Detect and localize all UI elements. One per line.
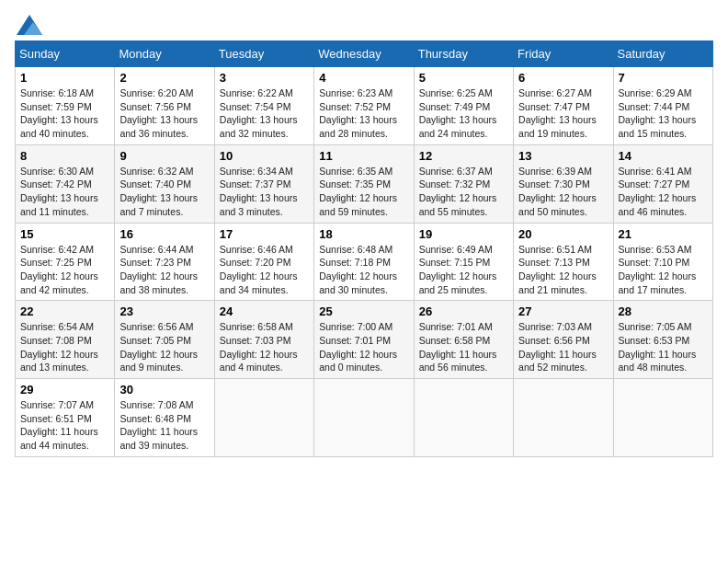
- calendar-cell: 14 Sunrise: 6:41 AM Sunset: 7:27 PM Dayl…: [613, 144, 712, 223]
- sunset-label: Sunset: 7:32 PM: [419, 178, 491, 190]
- sunrise-label: Sunrise: 6:41 AM: [619, 166, 692, 177]
- sunrise-label: Sunrise: 6:42 AM: [20, 244, 94, 255]
- calendar-cell: 23 Sunrise: 6:56 AM Sunset: 7:05 PM Dayl…: [115, 301, 214, 379]
- daylight-label: Daylight: 12 hours and 46 minutes.: [619, 192, 697, 217]
- sunset-label: Sunset: 7:20 PM: [220, 257, 291, 268]
- calendar-cell: 19 Sunrise: 6:49 AM Sunset: 7:15 PM Dayl…: [414, 223, 513, 301]
- calendar-cell: 8 Sunrise: 6:30 AM Sunset: 7:42 PM Dayli…: [16, 144, 115, 223]
- sunrise-label: Sunrise: 6:39 AM: [518, 166, 592, 177]
- day-info: Sunrise: 6:51 AM Sunset: 7:13 PM Dayligh…: [518, 243, 608, 297]
- daylight-label: Daylight: 13 hours and 32 minutes.: [220, 114, 298, 139]
- day-number: 16: [119, 227, 209, 241]
- daylight-label: Daylight: 13 hours and 7 minutes.: [119, 192, 198, 217]
- sunrise-label: Sunrise: 7:03 AM: [518, 321, 592, 332]
- day-number: 4: [319, 71, 408, 85]
- day-number: 17: [220, 227, 309, 241]
- sunrise-label: Sunrise: 7:00 AM: [319, 321, 392, 332]
- daylight-label: Daylight: 13 hours and 19 minutes.: [518, 114, 597, 139]
- sunset-label: Sunset: 6:53 PM: [619, 335, 690, 346]
- daylight-label: Daylight: 12 hours and 13 minutes.: [20, 349, 98, 373]
- day-info: Sunrise: 6:54 AM Sunset: 7:08 PM Dayligh…: [20, 320, 109, 374]
- sunset-label: Sunset: 7:47 PM: [518, 101, 590, 112]
- calendar-cell: [613, 379, 712, 457]
- daylight-label: Daylight: 13 hours and 11 minutes.: [20, 192, 98, 217]
- day-info: Sunrise: 6:27 AM Sunset: 7:47 PM Dayligh…: [518, 86, 608, 141]
- weekday-header: Tuesday: [214, 41, 313, 67]
- sunset-label: Sunset: 7:59 PM: [20, 101, 92, 112]
- logo-icon: [17, 15, 42, 35]
- calendar-cell: 25 Sunrise: 7:00 AM Sunset: 7:01 PM Dayl…: [314, 301, 414, 379]
- daylight-label: Daylight: 13 hours and 40 minutes.: [20, 114, 98, 139]
- day-info: Sunrise: 6:29 AM Sunset: 7:44 PM Dayligh…: [619, 86, 708, 141]
- sunrise-label: Sunrise: 6:23 AM: [319, 87, 392, 98]
- sunrise-label: Sunrise: 6:49 AM: [419, 244, 493, 255]
- day-info: Sunrise: 6:48 AM Sunset: 7:18 PM Dayligh…: [319, 243, 408, 297]
- calendar-cell: 29 Sunrise: 7:07 AM Sunset: 6:51 PM Dayl…: [16, 379, 115, 457]
- daylight-label: Daylight: 12 hours and 34 minutes.: [220, 270, 298, 295]
- calendar-cell: 28 Sunrise: 7:05 AM Sunset: 6:53 PM Dayl…: [613, 301, 712, 379]
- calendar-week-row: 8 Sunrise: 6:30 AM Sunset: 7:42 PM Dayli…: [16, 144, 713, 223]
- sunset-label: Sunset: 7:54 PM: [220, 101, 291, 112]
- calendar-cell: 10 Sunrise: 6:34 AM Sunset: 7:37 PM Dayl…: [214, 144, 313, 223]
- weekday-header: Friday: [514, 41, 613, 67]
- sunset-label: Sunset: 7:44 PM: [619, 101, 690, 112]
- day-number: 23: [119, 304, 209, 318]
- sunset-label: Sunset: 7:05 PM: [119, 335, 191, 346]
- calendar-cell: 24 Sunrise: 6:58 AM Sunset: 7:03 PM Dayl…: [214, 301, 313, 379]
- day-info: Sunrise: 7:05 AM Sunset: 6:53 PM Dayligh…: [619, 320, 708, 374]
- day-info: Sunrise: 6:25 AM Sunset: 7:49 PM Dayligh…: [419, 86, 508, 141]
- day-info: Sunrise: 7:01 AM Sunset: 6:58 PM Dayligh…: [419, 320, 508, 374]
- daylight-label: Daylight: 12 hours and 30 minutes.: [319, 270, 397, 295]
- calendar-cell: 5 Sunrise: 6:25 AM Sunset: 7:49 PM Dayli…: [414, 67, 513, 145]
- sunrise-label: Sunrise: 6:51 AM: [518, 244, 592, 255]
- sunrise-label: Sunrise: 6:27 AM: [518, 87, 592, 98]
- day-number: 14: [619, 149, 708, 163]
- day-number: 26: [419, 304, 508, 318]
- sunset-label: Sunset: 7:10 PM: [619, 257, 690, 268]
- sunset-label: Sunset: 7:49 PM: [419, 101, 491, 112]
- day-number: 19: [419, 227, 508, 241]
- weekday-header: Thursday: [414, 41, 513, 67]
- day-info: Sunrise: 6:39 AM Sunset: 7:30 PM Dayligh…: [518, 165, 608, 219]
- calendar-week-row: 29 Sunrise: 7:07 AM Sunset: 6:51 PM Dayl…: [16, 379, 713, 457]
- calendar-cell: 18 Sunrise: 6:48 AM Sunset: 7:18 PM Dayl…: [314, 223, 414, 301]
- daylight-label: Daylight: 12 hours and 21 minutes.: [518, 270, 597, 295]
- sunrise-label: Sunrise: 6:54 AM: [20, 321, 94, 332]
- sunrise-label: Sunrise: 6:35 AM: [319, 166, 392, 177]
- sunrise-label: Sunrise: 6:58 AM: [220, 321, 293, 332]
- calendar-cell: 2 Sunrise: 6:20 AM Sunset: 7:56 PM Dayli…: [115, 67, 214, 145]
- daylight-label: Daylight: 11 hours and 44 minutes.: [20, 426, 98, 451]
- day-info: Sunrise: 6:37 AM Sunset: 7:32 PM Dayligh…: [419, 165, 508, 219]
- day-number: 24: [220, 304, 309, 318]
- sunrise-label: Sunrise: 6:18 AM: [20, 87, 94, 98]
- day-info: Sunrise: 6:18 AM Sunset: 7:59 PM Dayligh…: [20, 86, 109, 141]
- calendar-cell: 16 Sunrise: 6:44 AM Sunset: 7:23 PM Dayl…: [115, 223, 214, 301]
- day-number: 20: [518, 227, 608, 241]
- calendar-cell: 4 Sunrise: 6:23 AM Sunset: 7:52 PM Dayli…: [314, 67, 414, 145]
- daylight-label: Daylight: 12 hours and 59 minutes.: [319, 192, 397, 217]
- day-info: Sunrise: 6:46 AM Sunset: 7:20 PM Dayligh…: [220, 243, 309, 297]
- sunset-label: Sunset: 7:35 PM: [319, 178, 391, 190]
- day-info: Sunrise: 6:23 AM Sunset: 7:52 PM Dayligh…: [319, 86, 408, 141]
- day-info: Sunrise: 6:32 AM Sunset: 7:40 PM Dayligh…: [119, 165, 209, 219]
- sunrise-label: Sunrise: 6:48 AM: [319, 244, 392, 255]
- daylight-label: Daylight: 13 hours and 36 minutes.: [119, 114, 198, 139]
- day-number: 12: [419, 149, 508, 163]
- calendar-header-row: SundayMondayTuesdayWednesdayThursdayFrid…: [16, 41, 713, 67]
- weekday-header: Saturday: [613, 41, 712, 67]
- calendar-cell: 21 Sunrise: 6:53 AM Sunset: 7:10 PM Dayl…: [613, 223, 712, 301]
- calendar-cell: 11 Sunrise: 6:35 AM Sunset: 7:35 PM Dayl…: [314, 144, 414, 223]
- calendar-cell: 26 Sunrise: 7:01 AM Sunset: 6:58 PM Dayl…: [414, 301, 513, 379]
- sunset-label: Sunset: 7:03 PM: [220, 335, 291, 346]
- sunset-label: Sunset: 7:13 PM: [518, 257, 590, 268]
- logo: [15, 15, 42, 31]
- daylight-label: Daylight: 11 hours and 56 minutes.: [419, 349, 497, 373]
- daylight-label: Daylight: 11 hours and 52 minutes.: [518, 349, 597, 373]
- daylight-label: Daylight: 12 hours and 17 minutes.: [619, 270, 697, 295]
- day-info: Sunrise: 6:35 AM Sunset: 7:35 PM Dayligh…: [319, 165, 408, 219]
- day-number: 3: [220, 71, 309, 85]
- calendar-week-row: 22 Sunrise: 6:54 AM Sunset: 7:08 PM Dayl…: [16, 301, 713, 379]
- sunrise-label: Sunrise: 6:44 AM: [119, 244, 193, 255]
- sunset-label: Sunset: 7:08 PM: [20, 335, 92, 346]
- day-number: 7: [619, 71, 708, 85]
